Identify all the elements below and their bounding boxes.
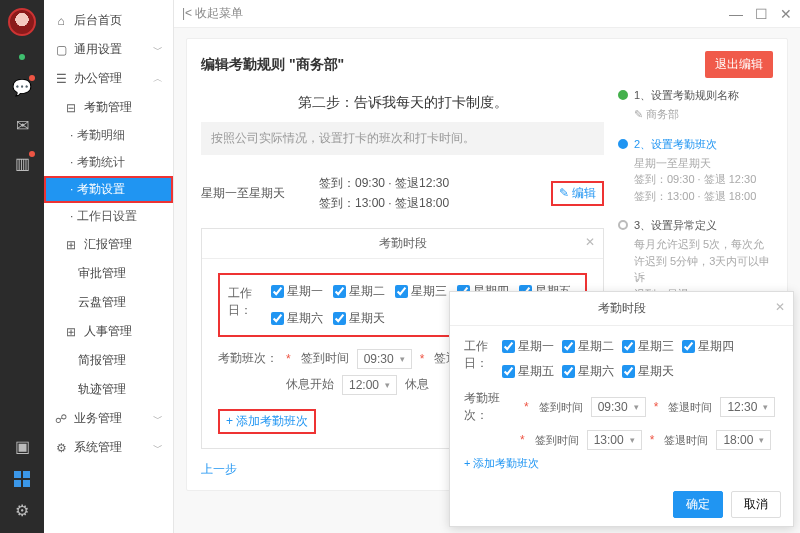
ck-sun[interactable]: 星期天 [333, 310, 385, 327]
signin-label: 签到时间 [539, 400, 583, 415]
sidebar-group-system[interactable]: ⚙系统管理﹀ [44, 433, 173, 462]
gear-icon: ⚙ [54, 441, 68, 455]
window-close-icon[interactable]: ✕ [780, 6, 792, 22]
label: 人事管理 [84, 323, 132, 340]
shift-label: 考勤班次： [464, 390, 516, 424]
rest-end-label: 休息 [405, 376, 429, 393]
modal-workday-checks: 星期一 星期二 星期三 星期四 星期五 星期六 星期天 [502, 338, 779, 380]
label: 通用设置 [74, 41, 122, 58]
chevron-up-icon: ︿ [153, 72, 163, 86]
label: 考勤管理 [84, 99, 132, 116]
expand-icon: ⊟ [64, 101, 78, 115]
step-2[interactable]: 2、设置考勤班次星期一至星期天 签到：09:30 · 签退 12:30 签到：1… [618, 137, 773, 205]
m-signin-2[interactable]: 13:00▾ [587, 430, 642, 450]
m-ck-tue[interactable]: 星期二 [562, 338, 614, 355]
label: 轨迹管理 [78, 381, 126, 398]
sidebar-report[interactable]: ⊞汇报管理 [44, 230, 173, 259]
label: 汇报管理 [84, 236, 132, 253]
m-ck-mon[interactable]: 星期一 [502, 338, 554, 355]
biz-icon: ☍ [54, 412, 68, 426]
mail-icon[interactable]: ✉ [12, 116, 32, 136]
signin-time[interactable]: 09:30▾ [357, 349, 412, 369]
gear-icon[interactable]: ⚙ [12, 501, 32, 521]
avatar[interactable] [8, 8, 36, 36]
label: 办公管理 [74, 70, 122, 87]
label: 业务管理 [74, 410, 122, 427]
chat-icon[interactable]: 💬 [12, 78, 32, 98]
inner-header: 考勤时段✕ [202, 229, 603, 259]
times-text: 签到：09:30 · 签退12:30 签到：13:00 · 签退18:00 [319, 173, 533, 214]
sidebar-hr[interactable]: ⊞人事管理 [44, 317, 173, 346]
signin-label: 签到时间 [535, 433, 579, 448]
prev-step-link[interactable]: 上一步 [201, 461, 237, 478]
left-rail: 💬 ✉ ▥ ▣ ⚙ [0, 0, 44, 533]
step-1[interactable]: 1、设置考勤规则名称✎ 商务部 [618, 88, 773, 123]
m-ck-sun[interactable]: 星期天 [622, 363, 674, 380]
close-icon[interactable]: ✕ [775, 300, 785, 314]
ck-mon[interactable]: 星期一 [271, 283, 323, 300]
rest-time[interactable]: 12:00▾ [342, 375, 397, 395]
step-3[interactable]: 3、设置异常定义每月允许迟到 5次，每次允许迟到 5分钟，3天内可以申诉 迟到、… [618, 218, 773, 302]
edit-label: 编辑 [572, 186, 596, 200]
m-signin-1[interactable]: 09:30▾ [591, 397, 646, 417]
window-min-icon[interactable]: — [729, 6, 743, 22]
m-ck-fri[interactable]: 星期五 [502, 363, 554, 380]
sidebar-sub-settings[interactable]: · 考勤设置 [44, 176, 173, 203]
chevron-down-icon: ▾ [385, 380, 390, 390]
hint-text: 按照公司实际情况，设置打卡的班次和打卡时间。 [201, 122, 604, 155]
sidebar-sub-workday[interactable]: · 工作日设置 [44, 203, 173, 230]
apps-icon[interactable] [14, 471, 30, 487]
chevron-down-icon: ﹀ [153, 441, 163, 455]
sidebar-cloud[interactable]: 云盘管理 [44, 288, 173, 317]
label: 系统管理 [74, 439, 122, 456]
user-icon[interactable]: ▣ [12, 437, 32, 457]
collapse-menu[interactable]: |< 收起菜单 [182, 5, 243, 22]
signin-label: 签到时间 [301, 350, 349, 367]
window-max-icon[interactable]: ☐ [755, 6, 768, 22]
signout-label: 签退时间 [668, 400, 712, 415]
m-signout-1[interactable]: 12:30▾ [720, 397, 775, 417]
rest-label: 休息开始 [286, 376, 334, 393]
sidebar-home-label: 后台首页 [74, 12, 122, 29]
m-ck-thu[interactable]: 星期四 [682, 338, 734, 355]
sidebar-sub-detail[interactable]: · 考勤明细 [44, 122, 173, 149]
workdays-label: 工作日： [228, 283, 263, 319]
ck-tue[interactable]: 星期二 [333, 283, 385, 300]
close-icon[interactable]: ✕ [585, 235, 595, 249]
home-icon: ⌂ [54, 14, 68, 28]
sidebar-attendance[interactable]: ⊟考勤管理 [44, 93, 173, 122]
plus-icon: ⊞ [64, 238, 78, 252]
shift-label: 考勤班次： [218, 350, 278, 367]
modal-add-shift[interactable]: + 添加考勤班次 [464, 457, 539, 469]
list-icon: ☰ [54, 72, 68, 86]
m-ck-sat[interactable]: 星期六 [562, 363, 614, 380]
pencil-icon: ✎ [559, 186, 569, 200]
sidebar-sub-stats[interactable]: · 考勤统计 [44, 149, 173, 176]
stats-icon[interactable]: ▥ [12, 154, 32, 174]
workdays-label: 工作日： [464, 338, 496, 380]
chevron-down-icon: ﹀ [153, 412, 163, 426]
step-title: 第二步：告诉我每天的打卡制度。 [201, 94, 604, 112]
status-dot [19, 54, 25, 60]
ck-wed[interactable]: 星期三 [395, 283, 447, 300]
modal-cancel-button[interactable]: 取消 [731, 491, 781, 518]
edit-link[interactable]: ✎编辑 [551, 181, 604, 206]
modal-ok-button[interactable]: 确定 [673, 491, 723, 518]
sidebar-brief[interactable]: 简报管理 [44, 346, 173, 375]
titlebar: |< 收起菜单 — ☐ ✕ [174, 0, 800, 28]
sidebar-group-office[interactable]: ☰办公管理︿ [44, 64, 173, 93]
plus-icon: ⊞ [64, 325, 78, 339]
m-signout-2[interactable]: 18:00▾ [716, 430, 771, 450]
exit-edit-button[interactable]: 退出编辑 [705, 51, 773, 78]
sidebar-track[interactable]: 轨迹管理 [44, 375, 173, 404]
ck-sat[interactable]: 星期六 [271, 310, 323, 327]
monitor-icon: ▢ [54, 43, 68, 57]
day-range: 星期一至星期天 [201, 185, 301, 202]
sidebar-home[interactable]: ⌂后台首页 [44, 6, 173, 35]
sidebar-approval[interactable]: 审批管理 [44, 259, 173, 288]
label: 审批管理 [78, 265, 126, 282]
sidebar-group-biz[interactable]: ☍业务管理﹀ [44, 404, 173, 433]
m-ck-wed[interactable]: 星期三 [622, 338, 674, 355]
add-shift-link[interactable]: + 添加考勤班次 [218, 409, 316, 434]
sidebar-group-general[interactable]: ▢通用设置﹀ [44, 35, 173, 64]
